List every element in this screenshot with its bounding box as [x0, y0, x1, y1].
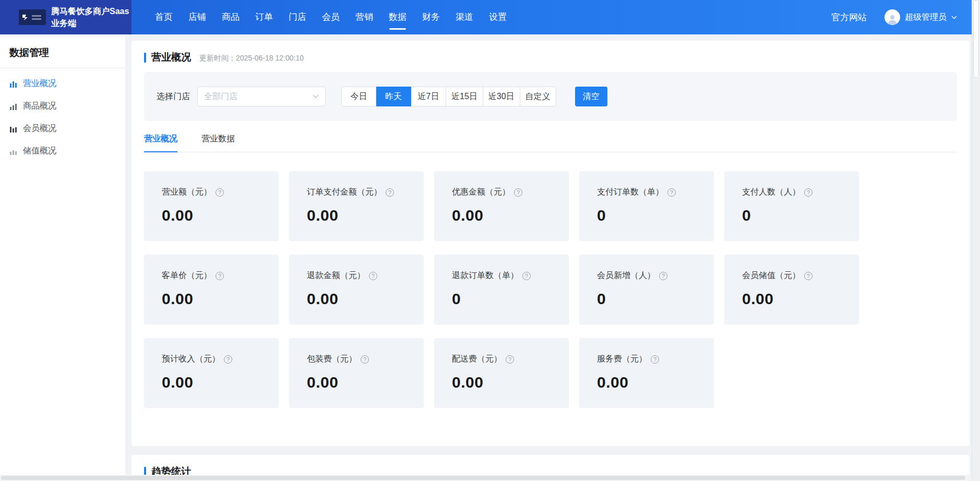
main-content: 营业概况 更新时间：2025-06-18 12:00:10 选择门店 全部门店 … — [125, 34, 972, 481]
stat-label: 配送费（元） — [452, 354, 502, 365]
sidebar-item-goods-overview[interactable]: 商品概况 — [0, 95, 125, 117]
store-select-label: 选择门店 — [157, 91, 190, 102]
stat-card-revenue: 营业额（元）? 0.00 — [144, 171, 279, 241]
stat-card-avg-order-value: 客单价（元）? 0.00 — [144, 255, 279, 324]
bar-chart-icon — [9, 147, 18, 155]
help-icon[interactable]: ? — [514, 188, 522, 197]
stat-card-paying-users: 支付人数（人）? 0 — [724, 171, 859, 241]
range-button-30days[interactable]: 近30日 — [483, 87, 520, 106]
updated-prefix: 更新时间： — [199, 54, 236, 62]
user-menu[interactable]: 超级管理员 — [885, 9, 957, 25]
stat-card-member-stored-value: 会员储值（元）? 0.00 — [724, 255, 859, 324]
stat-label: 预计收入（元） — [162, 354, 220, 365]
sidebar: 数据管理 营业概况 商品概况 会员概况 储值概况 — [0, 34, 125, 481]
business-overview-card: 营业概况 更新时间：2025-06-18 12:00:10 选择门店 全部门店 … — [132, 41, 970, 446]
help-icon[interactable]: ? — [386, 188, 394, 197]
sidebar-title: 数据管理 — [0, 44, 125, 68]
sidebar-item-member-overview[interactable]: 会员概况 — [0, 117, 125, 140]
help-icon[interactable]: ? — [651, 355, 659, 364]
stat-card-expected-income: 预计收入（元）? 0.00 — [144, 338, 279, 408]
sidebar-item-label: 商品概况 — [23, 101, 56, 112]
nav-item-channels[interactable]: 渠道 — [448, 0, 481, 34]
range-button-7days[interactable]: 近7日 — [411, 87, 446, 106]
stat-value: 0.00 — [162, 290, 279, 308]
chevron-down-icon — [951, 16, 957, 19]
stat-value: 0.00 — [307, 207, 424, 224]
sidebar-item-label: 营业概况 — [23, 78, 56, 89]
help-icon[interactable]: ? — [361, 355, 369, 364]
range-button-15days[interactable]: 近15日 — [446, 87, 483, 106]
help-icon[interactable]: ? — [506, 355, 514, 364]
nav-item-settings[interactable]: 设置 — [481, 0, 515, 34]
sidebar-item-stored-value-overview[interactable]: 储值概况 — [0, 140, 125, 162]
sidebar-item-business-overview[interactable]: 营业概况 — [0, 73, 125, 95]
stat-label: 会员新增（人） — [597, 270, 655, 281]
nav-item-shop[interactable]: 店铺 — [181, 0, 214, 34]
range-button-yesterday[interactable]: 昨天 — [376, 87, 411, 106]
vertical-scrollbar[interactable] — [972, 0, 980, 481]
brand-logo-icon — [19, 9, 46, 25]
help-icon[interactable]: ? — [804, 272, 812, 280]
nav-item-orders[interactable]: 订单 — [247, 0, 281, 34]
brand-title: 腾马餐饮多商户Saas业务端 — [51, 5, 132, 29]
help-icon[interactable]: ? — [667, 188, 676, 197]
help-icon[interactable]: ? — [522, 272, 531, 280]
sidebar-item-label: 会员概况 — [23, 123, 56, 134]
sidebar-item-label: 储值概况 — [23, 146, 56, 157]
page-title: 营业概况 — [151, 51, 191, 64]
bar-chart-icon — [9, 125, 18, 133]
store-select[interactable]: 全部门店 — [197, 87, 326, 106]
bar-chart-icon — [9, 80, 18, 88]
horizontal-scrollbar[interactable] — [0, 475, 972, 481]
stat-label: 会员储值（元） — [742, 270, 800, 281]
clear-button[interactable]: 清空 — [575, 87, 607, 106]
help-icon[interactable]: ? — [216, 188, 224, 197]
vertical-scrollbar-thumb[interactable] — [973, 0, 979, 78]
range-button-today[interactable]: 今日 — [341, 87, 376, 106]
stat-card-order-paid-amount: 订单支付金额（元）? 0.00 — [289, 171, 424, 241]
help-icon[interactable]: ? — [804, 188, 812, 197]
updated-time: 更新时间：2025-06-18 12:00:10 — [199, 52, 304, 63]
tab-business-overview[interactable]: 营业概况 — [144, 134, 177, 152]
stat-card-refund-orders: 退款订单数（单）? 0 — [434, 255, 569, 324]
stat-label: 营业额（元） — [162, 187, 212, 198]
stat-card-packaging-fee: 包装费（元）? 0.00 — [289, 338, 424, 408]
nav-item-marketing[interactable]: 营销 — [348, 0, 381, 34]
help-icon[interactable]: ? — [369, 272, 377, 280]
stat-card-discount-amount: 优惠金额（元）? 0.00 — [434, 171, 569, 241]
nav-item-stores[interactable]: 门店 — [281, 0, 314, 34]
nav-item-finance[interactable]: 财务 — [414, 0, 448, 34]
stat-value: 0.00 — [742, 290, 859, 308]
stat-value: 0.00 — [307, 290, 424, 308]
stat-label: 订单支付金额（元） — [307, 187, 382, 198]
section-header: 营业概况 更新时间：2025-06-18 12:00:10 — [144, 41, 957, 64]
tab-business-data[interactable]: 营业数据 — [201, 134, 235, 152]
nav-item-data[interactable]: 数据 — [381, 0, 414, 34]
stat-label: 优惠金额（元） — [452, 187, 510, 198]
help-icon[interactable]: ? — [216, 272, 224, 280]
help-icon[interactable]: ? — [224, 355, 232, 364]
help-icon[interactable]: ? — [659, 272, 667, 280]
avatar — [885, 9, 900, 25]
stat-card-new-members: 会员新增（人）? 0 — [579, 255, 714, 324]
stat-label: 退款金额（元） — [307, 270, 365, 281]
stat-label: 服务费（元） — [597, 354, 647, 365]
stat-label: 支付订单数（单） — [597, 187, 664, 198]
stat-value: 0 — [452, 290, 569, 308]
bar-chart-icon — [9, 102, 18, 111]
stat-label: 退款订单数（单） — [452, 270, 519, 281]
horizontal-scrollbar-thumb[interactable] — [1, 476, 965, 480]
stat-label: 包装费（元） — [307, 354, 357, 365]
store-select-placeholder: 全部门店 — [204, 91, 237, 102]
stat-value: 0 — [597, 290, 714, 308]
stat-card-delivery-fee: 配送费（元）? 0.00 — [434, 338, 569, 408]
stat-value: 0.00 — [452, 207, 569, 224]
user-icon — [886, 13, 899, 25]
nav-item-members[interactable]: 会员 — [314, 0, 348, 34]
range-button-custom[interactable]: 自定义 — [520, 87, 556, 106]
official-website-link[interactable]: 官方网站 — [831, 11, 867, 23]
nav-item-home[interactable]: 首页 — [147, 0, 181, 34]
date-range-group: 今日 昨天 近7日 近15日 近30日 自定义 — [341, 87, 556, 106]
logo-glyph-icon — [21, 13, 30, 21]
nav-item-goods[interactable]: 商品 — [214, 0, 247, 34]
